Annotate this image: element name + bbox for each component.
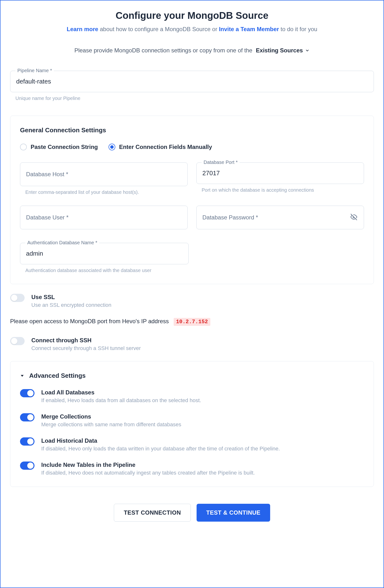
svg-marker-0	[21, 375, 24, 377]
merge-collections-row: Merge Collections Merge collections with…	[20, 413, 364, 428]
database-password-input[interactable]: Database Password *	[196, 206, 364, 229]
ssl-toggle-row: Use SSL Use an SSL encrypted connection	[10, 294, 374, 308]
pipeline-name-label: Pipeline Name *	[16, 68, 54, 73]
learn-more-link[interactable]: Learn more	[67, 26, 99, 32]
include-new-tables-desc: If disabled, Hevo does not automatically…	[41, 470, 255, 476]
ip-access-line: Please open access to MongoDB port from …	[10, 318, 374, 325]
database-password-field: Database Password *	[196, 206, 364, 229]
include-new-tables-toggle[interactable]	[20, 462, 35, 470]
auth-database-field: Authentication Database Name * admin	[20, 243, 189, 264]
eye-off-icon[interactable]	[350, 214, 357, 221]
copy-settings-line: Please provide MongoDB connection settin…	[10, 47, 374, 54]
database-user-input[interactable]: Database User *	[20, 206, 188, 229]
load-historical-row: Load Historical Data If disabled, Hevo o…	[20, 437, 364, 452]
general-panel-title: General Connection Settings	[20, 126, 364, 134]
include-new-tables-row: Include New Tables in the Pipeline If di…	[20, 462, 364, 476]
header-subtitle: Learn more about how to configure a Mong…	[10, 26, 374, 33]
merge-collections-desc: Merge collections with same name from di…	[41, 421, 181, 428]
advanced-header[interactable]: Advanced Settings	[20, 372, 364, 379]
load-all-databases-row: Load All Databases If enabled, Hevo load…	[20, 389, 364, 404]
test-continue-button[interactable]: TEST & CONTINUE	[197, 504, 270, 522]
database-port-label: Database Port *	[202, 160, 240, 165]
page-header: Configure your MongoDB Source Learn more…	[10, 10, 374, 33]
load-historical-desc: If disabled, Hevo only loads the data wr…	[41, 446, 280, 452]
test-connection-button[interactable]: TEST CONNECTION	[114, 504, 191, 522]
ssl-desc: Use an SSL encrypted connection	[31, 302, 111, 308]
auth-database-helper: Authentication database associated with …	[25, 268, 364, 273]
auth-database-input[interactable]: admin	[20, 243, 189, 264]
database-port-input[interactable]: 27017	[196, 163, 364, 184]
database-user-field: Database User *	[20, 206, 188, 229]
caret-down-icon	[20, 374, 24, 378]
database-host-field: Database Host *	[20, 163, 188, 186]
ssh-toggle-row: Connect through SSH Connect securely thr…	[10, 337, 374, 352]
merge-collections-toggle[interactable]	[20, 413, 35, 421]
radio-unselected-icon	[20, 144, 27, 150]
radio-selected-icon	[109, 144, 115, 150]
include-new-tables-label: Include New Tables in the Pipeline	[41, 462, 255, 468]
existing-sources-dropdown[interactable]: Existing Sources	[256, 47, 310, 54]
database-port-field: Database Port * 27017	[196, 163, 364, 184]
database-host-input[interactable]: Database Host *	[20, 163, 188, 186]
load-historical-label: Load Historical Data	[41, 437, 280, 444]
footer-buttons: TEST CONNECTION TEST & CONTINUE	[10, 504, 374, 522]
general-connection-panel: General Connection Settings Paste Connec…	[10, 116, 374, 284]
page-title: Configure your MongoDB Source	[10, 10, 374, 21]
ssl-toggle[interactable]	[10, 294, 25, 302]
ssh-desc: Connect securely through a SSH tunnel se…	[31, 345, 141, 352]
invite-member-link[interactable]: Invite a Team Member	[219, 26, 279, 32]
auth-database-label: Authentication Database Name *	[25, 240, 99, 246]
advanced-settings-panel: Advanced Settings Load All Databases If …	[10, 361, 374, 487]
radio-paste-string[interactable]: Paste Connection String	[20, 144, 98, 150]
load-all-databases-desc: If enabled, Hevo loads data from all dat…	[41, 397, 201, 404]
pipeline-name-field: Pipeline Name * default-rates	[10, 71, 374, 92]
ssh-label: Connect through SSH	[31, 337, 141, 344]
database-port-helper: Port on which the database is accepting …	[202, 187, 364, 193]
ip-address-code: 10.2.7.152	[174, 318, 210, 326]
ssh-toggle[interactable]	[10, 337, 25, 345]
merge-collections-label: Merge Collections	[41, 413, 181, 420]
pipeline-name-input[interactable]: default-rates	[10, 71, 374, 92]
chevron-down-icon	[305, 48, 310, 53]
radio-manual-fields[interactable]: Enter Connection Fields Manually	[109, 144, 212, 150]
pipeline-name-helper: Unique name for your Pipeline	[16, 96, 374, 101]
load-all-databases-toggle[interactable]	[20, 389, 35, 397]
ssl-label: Use SSL	[31, 294, 111, 300]
load-historical-toggle[interactable]	[20, 437, 35, 446]
database-host-helper: Enter comma-separated list of your datab…	[25, 189, 188, 195]
load-all-databases-label: Load All Databases	[41, 389, 201, 396]
